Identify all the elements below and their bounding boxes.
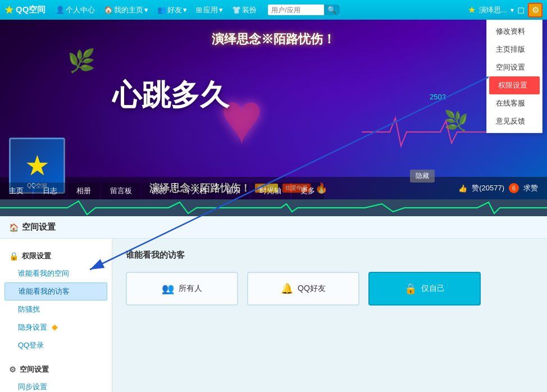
tab-profile[interactable]: 个人档 <box>176 183 216 199</box>
sidebar-link-sync[interactable]: 同步设置 <box>0 378 112 392</box>
sidebar-link-who-visitor[interactable]: 谁能看我的访客 <box>4 282 107 300</box>
everyone-icon: 👥 <box>162 282 174 295</box>
sidebar-section-permission: 🔒 权限设置 谁能看我的空间 谁能看我的访客 防骚扰 隐身设置 ◆ QQ登录 <box>0 248 112 354</box>
home-icon: 🏠 <box>104 6 113 14</box>
star-icon: ★ <box>4 4 13 16</box>
search-input[interactable] <box>268 5 324 15</box>
settings-icon: ⚙ <box>9 365 16 374</box>
apps-icon: ⊞ <box>196 6 202 14</box>
tab-diary[interactable]: 日志 <box>34 183 66 199</box>
cover-big-text: 心跳多久 <box>112 76 229 115</box>
hide-button[interactable]: 隐藏 <box>410 170 435 183</box>
option-self[interactable]: 🔒 仅自己 <box>368 272 481 306</box>
tab-shuoshuo[interactable]: 说说 <box>142 183 175 199</box>
nav-right: ★ 演绎思... ▾ ◻ ⚙ <box>468 3 543 17</box>
options-row: 👥 所有人 🔔 QQ好友 🔒 仅自己 <box>126 272 534 306</box>
gear-button[interactable]: ⚙ <box>528 3 543 17</box>
user-name: 演绎思... <box>479 5 507 15</box>
sidebar-link-qq-login[interactable]: QQ登录 <box>0 336 112 354</box>
nav-item-home[interactable]: 🏠 我的主页 ▾ <box>99 5 153 15</box>
sidebar-section-space-title: ⚙ 空间设置 <box>0 361 112 378</box>
right-content: 谁能看我的访客 👥 所有人 🔔 QQ好友 🔒 仅自己 <box>112 239 547 392</box>
sidebar-link-antispam[interactable]: 防骚扰 <box>0 300 112 318</box>
dropdown-menu: 修改资料 主页排版 空间设置 权限设置 在线客服 意见反馈 <box>486 20 543 133</box>
friends-icon: 🔔 <box>281 282 293 295</box>
tab-music[interactable]: 音乐 <box>217 183 249 199</box>
search-bar: 🔍 <box>268 4 340 15</box>
search-button[interactable]: 🔍 <box>324 4 340 15</box>
nav-icon2: ◻ <box>517 4 525 15</box>
nav-logo[interactable]: ★ QQ空间 <box>4 4 45 16</box>
leaves-left: 🌿 <box>67 48 95 74</box>
cover-heart: ♥ <box>174 51 309 185</box>
dropdown-item-space-settings[interactable]: 空间设置 <box>487 58 542 76</box>
profile-icon: 👤 <box>56 6 65 14</box>
nav-tabs-bar: 主页 日志 相册 留言板 说说 个人档 音乐 时光轴 更多 <box>0 183 547 199</box>
page-title-bar: 🏠 空间设置 <box>0 216 547 239</box>
section-heading: 谁能看我的访客 <box>126 250 534 261</box>
heartbeat-line <box>0 199 547 216</box>
friends-icon: 👥 <box>157 6 166 14</box>
cover-area: 🌿 🌿 演绎思念※陌路忧伤！ ♥ 心跳多久 2502 ★ QQ空间 演绎思念※陌… <box>0 20 547 199</box>
dropdown-item-layout[interactable]: 主页排版 <box>487 40 542 58</box>
diamond-icon: ◆ <box>52 322 58 331</box>
nav-item-dressup[interactable]: 👕 装扮 <box>227 5 261 15</box>
tab-more[interactable]: 更多 <box>291 183 324 199</box>
cover-num: 2502 <box>430 93 446 101</box>
sidebar-section-permission-title: 🔒 权限设置 <box>0 248 112 265</box>
heartbeat-svg <box>0 199 547 216</box>
main-content: 🔒 权限设置 谁能看我的空间 谁能看我的访客 防骚扰 隐身设置 ◆ QQ登录 ⚙… <box>0 239 547 392</box>
dropdown-item-permission[interactable]: 权限设置 <box>489 76 540 94</box>
cover-title: 演绎思念※陌路忧伤！ <box>212 31 335 48</box>
option-friends[interactable]: 🔔 QQ好友 <box>247 272 359 306</box>
tab-home[interactable]: 主页 <box>0 183 33 199</box>
option-everyone[interactable]: 👥 所有人 <box>126 272 238 306</box>
sidebar-section-space: ⚙ 空间设置 同步设置 应用设置 <box>0 361 112 392</box>
home-page-icon: 🏠 <box>9 223 19 232</box>
nav-star-icon: ★ <box>468 4 476 15</box>
tab-guestbook[interactable]: 留言板 <box>101 183 141 199</box>
nav-item-profile[interactable]: 👤 个人中心 <box>51 5 99 15</box>
lock-icon: 🔒 <box>9 252 19 261</box>
sidebar: 🔒 权限设置 谁能看我的空间 谁能看我的访客 防骚扰 隐身设置 ◆ QQ登录 ⚙… <box>0 239 112 392</box>
nav-item-apps[interactable]: ⊞ 应用 ▾ <box>192 5 227 15</box>
dressup-icon: 👕 <box>232 6 241 14</box>
logo-text: QQ空间 <box>16 4 45 15</box>
dropdown-item-profile[interactable]: 修改资料 <box>487 22 542 40</box>
sidebar-link-invisible[interactable]: 隐身设置 ◆ <box>0 318 112 336</box>
dropdown-item-service[interactable]: 在线客服 <box>487 94 542 112</box>
nav-item-friends[interactable]: 👥 好友 ▾ <box>153 5 192 15</box>
sidebar-link-who-space[interactable]: 谁能看我的空间 <box>0 265 112 282</box>
page-title: 空间设置 <box>22 222 56 233</box>
lock-self-icon: 🔒 <box>404 282 417 295</box>
tab-album[interactable]: 相册 <box>67 183 100 199</box>
avatar-star-icon: ★ <box>25 149 50 182</box>
top-nav: ★ QQ空间 👤 个人中心 🏠 我的主页 ▾ 👥 好友 ▾ ⊞ 应用 ▾ 👕 装… <box>0 0 547 20</box>
dropdown-item-feedback[interactable]: 意见反馈 <box>487 112 542 130</box>
tab-timeline[interactable]: 时光轴 <box>250 183 290 199</box>
